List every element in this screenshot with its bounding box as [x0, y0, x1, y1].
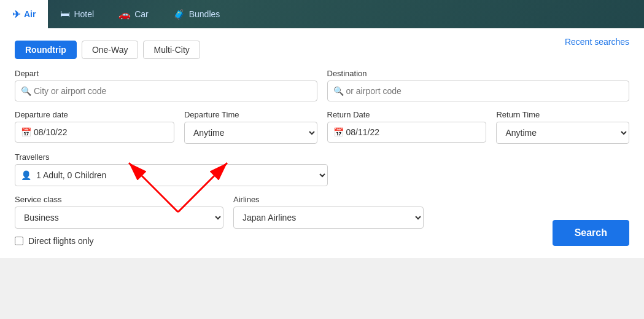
main-content: Recent searches Roundtrip One-Way Multi-… — [0, 28, 644, 258]
direct-flights-checkbox[interactable] — [15, 237, 23, 245]
roundtrip-button[interactable]: Roundtrip — [15, 41, 77, 59]
multi-city-button[interactable]: Multi-City — [143, 41, 200, 59]
dates-times-row: Departure date 📅 Departure Time Anytime … — [15, 110, 629, 144]
service-class-label: Service class — [15, 195, 223, 204]
direct-flights-row: Direct flights only — [15, 236, 629, 246]
departure-date-label: Departure date — [15, 110, 174, 119]
travellers-label: Travellers — [15, 152, 328, 162]
car-icon: 🚗 — [118, 9, 131, 20]
recent-searches-text: Recent searches — [565, 37, 629, 47]
return-date-group: Return Date 📅 — [327, 110, 487, 144]
departure-date-icon: 📅 — [21, 127, 31, 137]
travellers-select[interactable]: 1 Adult, 0 Children 2 Adults, 0 Children… — [15, 164, 328, 186]
depart-destination-row: Depart 🔍 Destination 🔍 — [15, 69, 629, 101]
direct-flights-label: Direct flights only — [28, 236, 94, 246]
air-icon: ✈ — [12, 9, 20, 20]
depart-input[interactable] — [15, 81, 317, 101]
tab-bundles[interactable]: 🧳 Bundles — [161, 0, 233, 28]
bundles-icon: 🧳 — [173, 9, 185, 20]
departure-time-label: Departure Time — [184, 110, 317, 119]
return-date-input[interactable] — [327, 122, 487, 143]
airlines-select[interactable]: Any Airline Japan Airlines ANA Delta Uni… — [233, 207, 424, 229]
top-navigation: ✈ Air 🛏 Hotel 🚗 Car 🧳 Bundles — [0, 0, 644, 28]
travellers-group: Travellers 👤 1 Adult, 0 Children 2 Adult… — [15, 152, 328, 186]
tab-air[interactable]: ✈ Air — [0, 0, 48, 28]
airlines-label: Airlines — [233, 195, 424, 204]
return-time-select[interactable]: Anytime Morning Afternoon Evening — [496, 122, 629, 144]
search-button-label: Search — [575, 227, 607, 238]
trip-type-row: Roundtrip One-Way Multi-City — [15, 41, 629, 59]
return-date-label: Return Date — [327, 110, 487, 119]
roundtrip-label: Roundtrip — [25, 45, 66, 55]
destination-input[interactable] — [327, 81, 630, 101]
tab-hotel[interactable]: 🛏 Hotel — [48, 0, 106, 28]
return-date-wrap: 📅 — [327, 122, 487, 143]
multi-city-label: Multi-City — [153, 45, 189, 55]
depart-input-wrap: 🔍 — [15, 81, 317, 101]
tab-car[interactable]: 🚗 Car — [106, 0, 161, 28]
travellers-wrap: 👤 1 Adult, 0 Children 2 Adults, 0 Childr… — [15, 164, 328, 186]
departure-time-select[interactable]: Anytime Morning Afternoon Evening — [184, 122, 317, 144]
hotel-icon: 🛏 — [60, 9, 70, 20]
search-button[interactable]: Search — [553, 220, 629, 246]
tab-car-label: Car — [134, 9, 149, 19]
depart-search-icon: 🔍 — [21, 86, 31, 96]
departure-date-input[interactable] — [15, 122, 174, 143]
tab-bundles-label: Bundles — [189, 9, 220, 19]
return-time-group: Return Time Anytime Morning Afternoon Ev… — [496, 110, 629, 144]
departure-date-group: Departure date 📅 — [15, 110, 174, 144]
search-button-wrap: Search — [553, 220, 629, 246]
service-class-group: Service class Economy Business First Cla… — [15, 195, 223, 229]
one-way-label: One-Way — [92, 45, 128, 55]
recent-searches-link[interactable]: Recent searches — [565, 37, 629, 47]
depart-group: Depart 🔍 — [15, 69, 317, 101]
tab-hotel-label: Hotel — [74, 9, 94, 19]
tab-air-label: Air — [24, 9, 36, 19]
airlines-group: Airlines Any Airline Japan Airlines ANA … — [233, 195, 424, 229]
destination-label: Destination — [327, 69, 630, 78]
destination-search-icon: 🔍 — [333, 86, 344, 96]
destination-group: Destination 🔍 — [327, 69, 630, 101]
departure-date-wrap: 📅 — [15, 122, 174, 143]
return-time-label: Return Time — [496, 110, 629, 119]
return-date-icon: 📅 — [333, 127, 344, 137]
travellers-row: Travellers 👤 1 Adult, 0 Children 2 Adult… — [15, 152, 629, 186]
departure-time-group: Departure Time Anytime Morning Afternoon… — [184, 110, 317, 144]
one-way-button[interactable]: One-Way — [82, 41, 139, 59]
service-class-select[interactable]: Economy Business First Class Premium Eco… — [15, 207, 223, 229]
depart-label: Depart — [15, 69, 317, 78]
destination-input-wrap: 🔍 — [327, 81, 630, 101]
service-airlines-row: Service class Economy Business First Cla… — [15, 195, 629, 229]
